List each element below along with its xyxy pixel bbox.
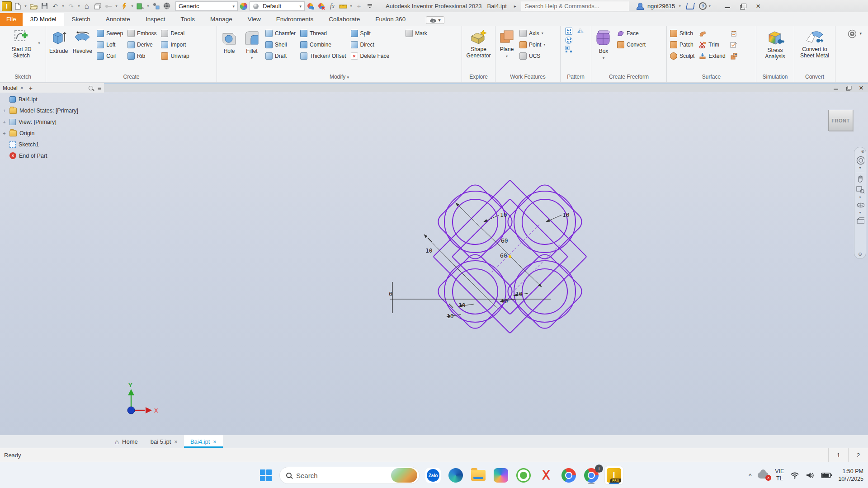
tab-3d-model[interactable]: 3D Model	[23, 13, 64, 26]
thread-button[interactable]: Thread	[298, 28, 348, 39]
tab-sketch[interactable]: Sketch	[64, 13, 98, 26]
freeform-box-button[interactable]: Box ▾	[593, 28, 614, 61]
new-file-icon[interactable]	[13, 1, 23, 11]
point-button[interactable]: Point ▾	[518, 39, 547, 50]
appearance-style-select[interactable]: Default ▾	[250, 1, 305, 11]
wifi-icon[interactable]	[790, 472, 799, 479]
plane-caret[interactable]: ▾	[506, 54, 508, 58]
taskbar-app-chrome[interactable]	[560, 466, 578, 484]
store-cart-icon[interactable]	[686, 3, 695, 9]
taskbar-app-chrome-profile[interactable]: T	[582, 466, 600, 484]
ucs-button[interactable]: UCS	[518, 50, 547, 61]
patch-button[interactable]: Patch	[668, 39, 696, 50]
orbit-dropdown-icon[interactable]: ▾	[859, 212, 861, 214]
direct-button[interactable]: Direct	[349, 39, 392, 50]
shell-button[interactable]: Shell	[264, 39, 297, 50]
navbar-close-icon[interactable]: ⊗	[861, 149, 864, 154]
battery-icon[interactable]	[821, 472, 832, 479]
cloud-status-icon[interactable]: ▾	[426, 16, 444, 24]
sketch-center-point[interactable]	[509, 255, 511, 258]
onedrive-error-icon[interactable]	[758, 472, 769, 479]
pan-icon[interactable]	[856, 175, 864, 183]
open-file-icon[interactable]	[28, 1, 38, 11]
new-file-dropdown-icon[interactable]: ▾	[24, 4, 28, 8]
dimension-labels[interactable]: 10 10 60 60 10 10 10 10 10 0	[389, 211, 570, 319]
delete-surface-button[interactable]	[728, 39, 739, 50]
fillet-caret[interactable]: ▾	[251, 56, 253, 60]
tab-file[interactable]: File	[0, 13, 23, 26]
tree-item-origin[interactable]: + Origin	[0, 127, 104, 139]
color-wheel-icon[interactable]	[239, 1, 249, 11]
render-globe-icon[interactable]	[162, 1, 172, 11]
wheel-dropdown-icon[interactable]: ▾	[859, 167, 861, 169]
tab-environments[interactable]: Environments	[269, 13, 321, 26]
doc-close-button[interactable]: ×	[858, 85, 864, 91]
return-dropdown-icon[interactable]: ▾	[114, 4, 118, 8]
tab-inspect[interactable]: Inspect	[138, 13, 173, 26]
replace-face-button[interactable]	[728, 28, 739, 39]
tab-tools[interactable]: Tools	[173, 13, 203, 26]
loft-button[interactable]: Loft	[95, 39, 125, 50]
shape-generator-button[interactable]: Shape Generator	[462, 28, 495, 61]
emboss-button[interactable]: Emboss	[126, 28, 158, 39]
doc-minimize-button[interactable]	[833, 85, 838, 90]
doc-tab-bai5[interactable]: bai 5.ipt ×	[144, 435, 184, 448]
browser-tab-model[interactable]: Model ×	[3, 85, 24, 91]
sculpt-remove-button[interactable]	[728, 50, 739, 61]
taskbar-search[interactable]: Search	[279, 467, 420, 484]
axis-button[interactable]: Axis ▾	[518, 28, 547, 39]
rectangular-pattern-icon[interactable]	[565, 28, 572, 35]
freeform-box-caret[interactable]: ▾	[603, 56, 604, 60]
browser-tab-close-icon[interactable]: ×	[20, 85, 24, 91]
measure-tool-icon[interactable]	[338, 1, 348, 11]
add-qat-icon[interactable]: +	[354, 1, 364, 11]
unwrap-button[interactable]: Unwrap	[159, 50, 191, 61]
tree-item-sketch1[interactable]: Sketch1	[0, 139, 104, 150]
material-icon[interactable]	[135, 1, 145, 11]
browser-add-tab-icon[interactable]: +	[29, 84, 33, 92]
taskbar-app-copilot[interactable]	[492, 466, 510, 484]
tab-view[interactable]: View	[240, 13, 269, 26]
expand-icon[interactable]: +	[2, 131, 7, 136]
freeform-convert-button[interactable]: Convert	[615, 39, 647, 50]
browser-search-icon[interactable]	[89, 86, 93, 90]
taskbar-app-file-explorer[interactable]	[469, 466, 487, 484]
ribbon-toggle-caret[interactable]: ▾	[859, 31, 862, 82]
trim-button[interactable]: Trim	[697, 39, 727, 50]
window-restore-button[interactable]	[740, 3, 746, 9]
fillet-button[interactable]: Fillet ▾	[241, 28, 263, 61]
orbit-icon[interactable]	[856, 201, 864, 209]
username[interactable]: ngot29615	[647, 3, 675, 9]
home-icon[interactable]: ⌂	[82, 1, 92, 11]
redo-dropdown-icon[interactable]: ▾	[77, 4, 81, 8]
viewport[interactable]: 10 10 60 60 10 10 10 10 10 0 Y X Model	[0, 83, 868, 435]
rib-button[interactable]: Rib	[126, 50, 158, 61]
navigation-wheel-icon[interactable]	[856, 156, 864, 164]
tree-item-model-states[interactable]: + Model States: [Primary]	[0, 105, 104, 116]
windows-start-button[interactable]	[257, 466, 275, 484]
sweep-button[interactable]: Sweep	[95, 28, 125, 39]
doc-restore-button[interactable]	[846, 85, 851, 90]
tab-fusion-360[interactable]: Fusion 360	[368, 13, 413, 26]
group-label-modify[interactable]: Modify ▾	[217, 72, 462, 82]
undo-icon[interactable]: ↶	[50, 1, 60, 11]
window-minimize-button[interactable]	[724, 3, 731, 9]
tree-item-view[interactable]: + View: [Primary]	[0, 116, 104, 127]
chamfer-button[interactable]: Chamfer	[264, 28, 297, 39]
derive-button[interactable]: Derive	[126, 39, 158, 50]
user-dropdown-icon[interactable]: ▾	[678, 4, 682, 8]
window-close-button[interactable]: ×	[755, 3, 761, 9]
coil-button[interactable]: Coil	[95, 50, 125, 61]
adjust-appearance-icon[interactable]	[306, 1, 316, 11]
start-2d-sketch-button[interactable]: Start 2D Sketch	[5, 28, 37, 61]
save-icon[interactable]	[39, 1, 49, 11]
language-indicator[interactable]: VIETL	[775, 468, 784, 482]
help-search-input[interactable]	[521, 1, 629, 11]
taskbar-app-coccoc[interactable]	[514, 466, 533, 484]
split-button[interactable]: Split	[349, 28, 392, 39]
zoom-window-icon[interactable]	[856, 186, 864, 194]
taskbar-app-red[interactable]: Ⅹ	[537, 466, 555, 484]
zoom-dropdown-icon[interactable]: ▾	[859, 197, 861, 198]
extrude-button[interactable]: Extrude	[47, 28, 70, 56]
thicken-offset-button[interactable]: Thicken/ Offset	[298, 50, 348, 61]
